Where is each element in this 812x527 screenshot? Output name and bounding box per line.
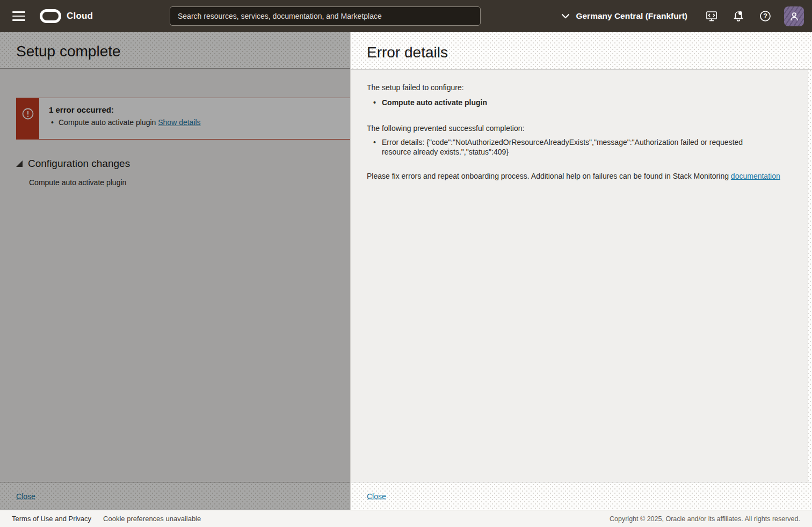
global-search <box>170 6 481 26</box>
cookie-preferences-text: Cookie preferences unavailable <box>103 515 201 523</box>
documentation-link[interactable]: documentation <box>731 172 780 180</box>
failed-item: Compute auto activate plugin <box>367 98 792 107</box>
drawer-close-link[interactable]: Close <box>367 492 386 501</box>
help-icon[interactable]: ? <box>758 9 772 23</box>
error-details-drawer: Error details The setup failed to config… <box>350 32 812 510</box>
top-bar: Cloud Germany Central (Frankfurt) <box>0 0 812 32</box>
error-details-footer: Close <box>351 482 812 510</box>
copyright-text: Copyright © 2025, Oracle and/or its affi… <box>610 515 812 523</box>
error-details-header: Error details <box>351 32 812 70</box>
brand-label: Cloud <box>67 11 93 21</box>
user-avatar[interactable] <box>784 6 804 26</box>
terms-link[interactable]: Terms of Use and Privacy <box>12 515 91 523</box>
global-footer: Terms of Use and Privacy Cookie preferen… <box>0 510 812 527</box>
drawer-title: Error details <box>367 44 812 61</box>
oracle-cloud-brand[interactable]: Cloud <box>40 9 93 23</box>
chevron-down-icon <box>561 13 570 19</box>
region-label: Germany Central (Frankfurt) <box>576 11 687 21</box>
svg-text:?: ? <box>763 12 767 20</box>
oracle-logo <box>40 9 61 23</box>
console-icon[interactable] <box>705 9 719 23</box>
prevented-text: The following prevented successful compl… <box>367 123 792 133</box>
error-detail-item: Error details: {"code":"NotAuthorizedOrR… <box>367 137 774 157</box>
region-selector[interactable]: Germany Central (Frankfurt) <box>561 11 687 21</box>
search-input[interactable] <box>170 6 481 26</box>
notifications-bell-icon[interactable] <box>731 9 745 23</box>
intro-text: The setup failed to configure: <box>367 83 792 92</box>
error-details-body: The setup failed to configure: Compute a… <box>351 70 808 482</box>
help-text: Please fix errors and repeat onboarding … <box>367 171 792 181</box>
person-icon <box>788 10 800 22</box>
menu-icon[interactable] <box>6 5 31 27</box>
